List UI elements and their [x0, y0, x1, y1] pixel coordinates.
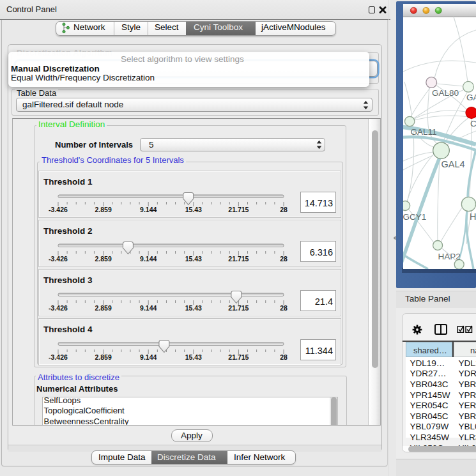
svg-text:Threshold 3: Threshold 3	[43, 275, 93, 285]
svg-text:15.43: 15.43	[185, 353, 202, 361]
svg-text:-3.426: -3.426	[49, 304, 68, 312]
svg-text:2.859: 2.859	[95, 304, 111, 312]
svg-text:Threshold 4: Threshold 4	[43, 325, 93, 334]
svg-text:HAP2: HAP2	[438, 252, 461, 261]
svg-text:9.144: 9.144	[140, 353, 157, 361]
svg-text:28: 28	[280, 304, 288, 312]
svg-text:15.43: 15.43	[185, 304, 202, 312]
svg-text:9.144: 9.144	[140, 255, 157, 263]
svg-text:-3.426: -3.426	[49, 353, 68, 361]
svg-text:H: H	[470, 211, 476, 222]
svg-text:21.715: 21.715	[228, 206, 249, 213]
svg-text:Threshold 1: Threshold 1	[43, 177, 93, 187]
svg-text:2.859: 2.859	[95, 255, 111, 263]
svg-text:Threshold 2: Threshold 2	[43, 226, 93, 236]
svg-text:15.43: 15.43	[185, 206, 202, 213]
svg-text:14.713: 14.713	[305, 198, 333, 208]
svg-text:GAL80: GAL80	[432, 88, 459, 98]
svg-text:15.43: 15.43	[185, 255, 202, 263]
svg-text:C: C	[470, 119, 476, 128]
svg-text:GAL11: GAL11	[411, 127, 437, 137]
svg-text:9.144: 9.144	[140, 304, 157, 312]
svg-text:21.715: 21.715	[228, 255, 249, 263]
svg-text:9.144: 9.144	[140, 206, 157, 213]
svg-text:GA: GA	[466, 93, 476, 102]
svg-text:28: 28	[280, 206, 288, 213]
svg-text:-3.426: -3.426	[49, 206, 68, 213]
svg-text:-3.426: -3.426	[49, 255, 68, 263]
svg-text:GAL4: GAL4	[441, 159, 465, 169]
svg-text:GCY1: GCY1	[403, 212, 427, 222]
svg-text:28: 28	[280, 255, 288, 263]
svg-text:21.4: 21.4	[315, 296, 333, 307]
svg-text:6.316: 6.316	[310, 247, 333, 257]
svg-text:2.859: 2.859	[95, 206, 111, 213]
svg-text:2.859: 2.859	[95, 353, 111, 361]
svg-text:11.344: 11.344	[305, 346, 333, 356]
svg-text:21.715: 21.715	[228, 304, 249, 312]
svg-text:21.715: 21.715	[228, 353, 249, 361]
svg-text:28: 28	[280, 353, 288, 361]
